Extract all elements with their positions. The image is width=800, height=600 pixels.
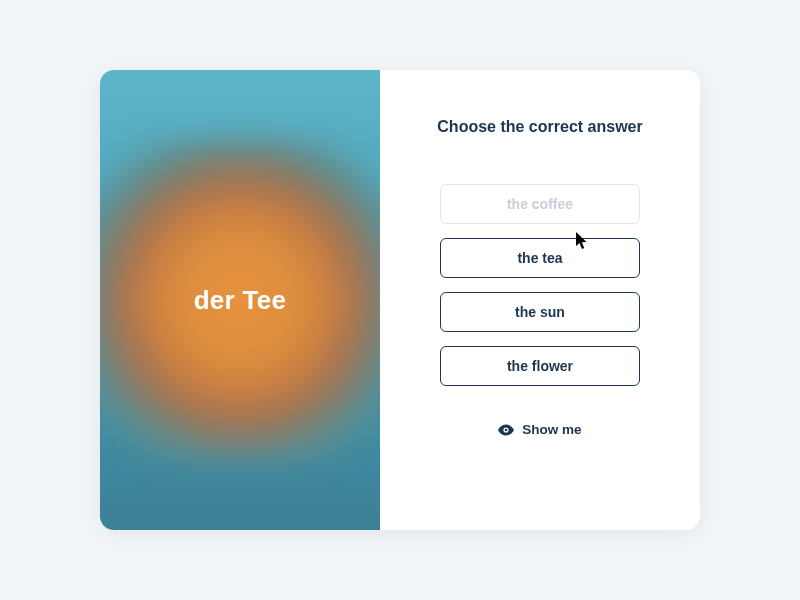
option-2[interactable]: the tea xyxy=(440,238,640,278)
option-1[interactable]: the coffee xyxy=(440,184,640,224)
flashcard: der Tee Choose the correct answer the co… xyxy=(100,70,700,530)
options-list: the coffee the tea the sun the flower xyxy=(440,184,640,386)
answer-panel: Choose the correct answer the coffee the… xyxy=(380,70,700,530)
option-4[interactable]: the flower xyxy=(440,346,640,386)
instruction-text: Choose the correct answer xyxy=(437,118,642,136)
svg-point-1 xyxy=(505,428,508,431)
show-me-button[interactable]: Show me xyxy=(498,422,581,437)
show-me-label: Show me xyxy=(522,422,581,437)
eye-icon xyxy=(498,424,514,436)
option-3[interactable]: the sun xyxy=(440,292,640,332)
prompt-panel: der Tee xyxy=(100,70,380,530)
prompt-word: der Tee xyxy=(194,285,287,316)
